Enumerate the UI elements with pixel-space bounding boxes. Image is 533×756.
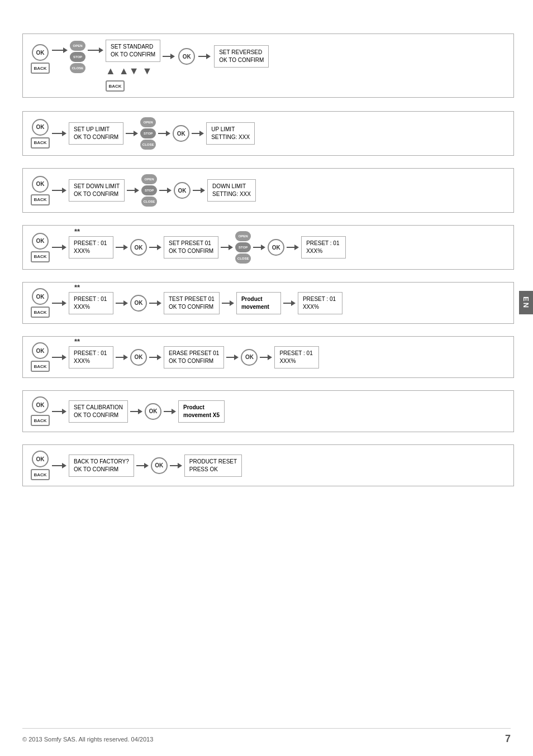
set-up-limit-box: SET UP LIMIT OK TO CONFIRM <box>69 122 123 145</box>
double-asterisk-6: ** <box>74 337 80 346</box>
open-btn-4[interactable]: OPEN <box>235 231 251 241</box>
down-limit-result-box: DOWN LIMIT SETTING: XXX <box>207 179 256 202</box>
back-to-factory-box: BACK TO FACTORY? OK TO CONFIRM <box>69 454 134 477</box>
section-set-down-limit: OK BACK SET DOWN LIMIT OK TO CONFIRM OPE… <box>22 168 511 213</box>
ok-back-group-7: OK BACK <box>31 396 50 426</box>
ok-button-erase-confirm[interactable]: OK <box>241 349 258 366</box>
copyright-text: © 2013 Somfy SAS. All rights reserved. 0… <box>22 736 153 743</box>
arrow-line-2 <box>88 50 99 51</box>
ok-button-7[interactable]: OK <box>32 396 49 413</box>
back-button-7[interactable]: BACK <box>31 415 50 426</box>
back-button-1[interactable]: BACK <box>31 63 50 74</box>
section-set-preset: OK BACK ** PRESET : 01 XXX% OK <box>22 225 511 270</box>
nav-down-arrow[interactable]: ▼ <box>142 65 152 77</box>
stop-btn-4[interactable]: STOP <box>235 242 251 252</box>
stop-btn-1[interactable]: STOP <box>70 52 85 62</box>
side-label-en: EN <box>519 291 533 314</box>
set-reversed-box: SET REVERSED OK TO CONFIRM <box>214 45 269 68</box>
page-container: OK BACK OPEN STOP CLOSE <box>0 0 533 756</box>
preset-result-box-6: PRESET : 01 XXX% <box>274 346 319 369</box>
remote-2: OPEN STOP CLOSE <box>140 117 156 150</box>
ok-back-group-1: OK BACK <box>31 44 50 74</box>
section-erase-preset: OK BACK ** PRESET : 01 XXX% OK <box>22 336 511 378</box>
arrowhead-3 <box>170 54 175 59</box>
back-button-2[interactable]: BACK <box>31 137 50 149</box>
ok-button-factory[interactable]: OK <box>151 457 168 474</box>
ok-button-6[interactable]: OK <box>32 342 49 359</box>
arrowhead-2 <box>99 47 103 53</box>
section-test-preset: OK BACK ** PRESET : 01 XXX% OK <box>22 282 511 324</box>
close-btn-2[interactable]: CLOSE <box>140 140 156 150</box>
double-asterisk-4: ** <box>74 227 80 236</box>
footer: © 2013 Somfy SAS. All rights reserved. 0… <box>22 728 511 745</box>
double-asterisk-5: ** <box>74 283 80 291</box>
back-button-std[interactable]: BACK <box>106 80 125 92</box>
preset-box-5: PRESET : 01 XXX% <box>69 292 113 314</box>
back-button-4[interactable]: BACK <box>31 251 50 262</box>
ok-back-group-3: OK BACK <box>31 176 50 205</box>
ok-button-calibration[interactable]: OK <box>145 403 161 420</box>
arrowhead-4 <box>206 54 211 59</box>
preset-result-box-4: PRESET : 01 XXX% <box>301 236 346 259</box>
ok-button-test-preset[interactable]: OK <box>130 295 147 312</box>
ok-back-group-4: OK BACK <box>31 233 50 262</box>
remote-3: OPEN STOP CLOSE <box>141 174 157 207</box>
set-preset-box: SET PRESET 01 OK TO CONFIRM <box>164 236 218 259</box>
ok-back-group-5: OK BACK <box>31 288 50 318</box>
section-set-up-limit: OK BACK SET UP LIMIT OK TO CONFIRM OPEN … <box>22 111 511 156</box>
set-down-limit-box: SET DOWN LIMIT OK TO CONFIRM <box>69 179 125 202</box>
arrow-line-3 <box>163 56 170 57</box>
ok-button-preset-confirm[interactable]: OK <box>268 239 284 256</box>
ok-button-2[interactable]: OK <box>32 119 49 136</box>
stop-btn-2[interactable]: STOP <box>140 128 156 138</box>
nav-updown-arrows[interactable]: ▲▼ <box>119 65 139 77</box>
erase-preset-box: ERASE PRESET 01 OK TO CONFIRM <box>164 346 224 369</box>
remote-1: OPEN STOP CLOSE <box>70 41 85 73</box>
arrow-line-1 <box>52 50 63 51</box>
back-button-5[interactable]: BACK <box>31 307 50 318</box>
back-button-6[interactable]: BACK <box>31 361 50 372</box>
set-standard-box: SET STANDARD OK TO CONFIRM <box>106 40 160 62</box>
ok-button-erase-preset[interactable]: OK <box>130 349 147 366</box>
open-btn-2[interactable]: OPEN <box>140 117 156 127</box>
product-movement-box-5: Product movement <box>236 292 281 314</box>
close-btn-4[interactable]: CLOSE <box>235 253 251 264</box>
ok-button-5[interactable]: OK <box>32 288 49 305</box>
arrow-line-4 <box>198 56 206 57</box>
close-btn-3[interactable]: CLOSE <box>141 197 157 207</box>
ok-button-3[interactable]: OK <box>32 176 49 193</box>
preset-box-6: PRESET : 01 XXX% <box>69 346 113 369</box>
section-back-to-factory: OK BACK BACK TO FACTORY? OK TO CONFIRM O… <box>22 444 511 486</box>
ok-button-4[interactable]: OK <box>32 233 49 250</box>
up-limit-result-box: UP LIMIT SETTING: XXX <box>206 122 255 145</box>
nav-up-arrow[interactable]: ▲ <box>106 65 116 77</box>
stop-btn-3[interactable]: STOP <box>141 185 157 195</box>
product-movement-x5-box: Product movement X5 <box>178 400 225 423</box>
arrowhead-1 <box>63 47 68 53</box>
set-calibration-box: SET CALIBRATION OK TO CONFIRM <box>69 400 128 423</box>
ok-button-1[interactable]: OK <box>32 44 49 61</box>
page-number: 7 <box>505 733 511 745</box>
ok-back-group-2: OK BACK <box>31 119 50 149</box>
close-btn-1[interactable]: CLOSE <box>70 63 85 73</box>
ok-button-down-limit[interactable]: OK <box>174 182 191 199</box>
open-btn-3[interactable]: OPEN <box>141 174 157 184</box>
test-preset-box: TEST PRESET 01 OK TO CONFIRM <box>164 292 220 314</box>
ok-button-set-preset[interactable]: OK <box>130 239 147 256</box>
back-button-3[interactable]: BACK <box>31 194 50 205</box>
ok-button-std-reversed[interactable]: OK <box>178 48 195 65</box>
ok-button-8[interactable]: OK <box>32 451 49 467</box>
preset-box-4: PRESET : 01 XXX% <box>69 236 113 259</box>
preset-result-box-5: PRESET : 01 XXX% <box>298 292 342 314</box>
section-set-calibration: OK BACK SET CALIBRATION OK TO CONFIRM OK <box>22 390 511 432</box>
back-button-8[interactable]: BACK <box>31 469 50 480</box>
ok-back-group-6: OK BACK <box>31 342 50 372</box>
ok-back-group-8: OK BACK <box>31 451 50 480</box>
open-btn-1[interactable]: OPEN <box>70 41 85 51</box>
section-set-standard: OK BACK OPEN STOP CLOSE <box>22 34 511 98</box>
remote-4: OPEN STOP CLOSE <box>235 231 251 264</box>
ok-button-up-limit[interactable]: OK <box>173 125 189 142</box>
product-reset-box: PRODUCT RESET PRESS OK <box>184 454 242 477</box>
